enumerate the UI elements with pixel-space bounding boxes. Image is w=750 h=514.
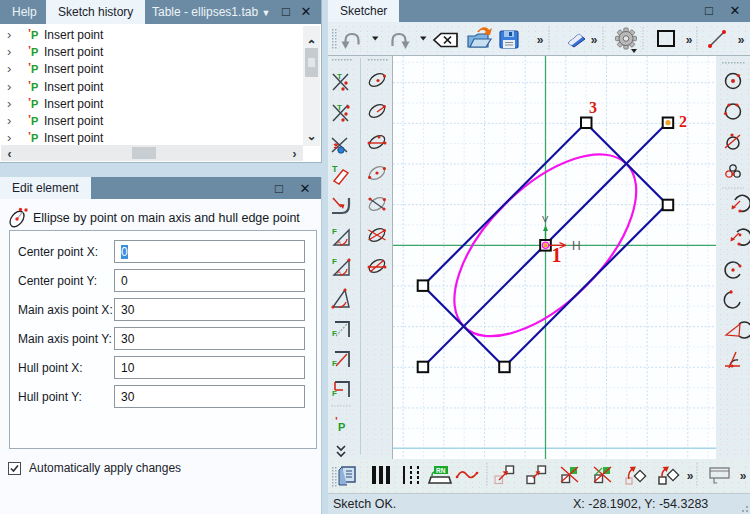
svg-text:1: 1 [552, 244, 562, 266]
svg-text:A: A [337, 239, 341, 245]
svg-text:2: 2 [679, 113, 687, 130]
svg-text:»: » [740, 469, 747, 483]
svg-text:T: T [332, 164, 338, 174]
svg-text:»: » [591, 33, 598, 47]
svg-text:F: F [332, 359, 337, 368]
svg-text:V: V [542, 213, 549, 224]
svg-text:»: » [537, 33, 544, 47]
svg-text:F: F [332, 227, 337, 236]
svg-text:RN: RN [436, 467, 446, 474]
svg-text:A: A [337, 269, 341, 275]
svg-text:»: » [686, 33, 693, 47]
svg-text:»: » [738, 33, 745, 47]
svg-text:P: P [338, 421, 345, 433]
svg-text:T: T [337, 103, 342, 112]
svg-text:F: F [332, 257, 337, 266]
svg-text:»: » [687, 469, 694, 483]
svg-text:F: F [332, 329, 337, 338]
svg-text:T: T [337, 72, 342, 81]
svg-text:3: 3 [589, 99, 597, 116]
svg-text:H: H [572, 239, 581, 253]
